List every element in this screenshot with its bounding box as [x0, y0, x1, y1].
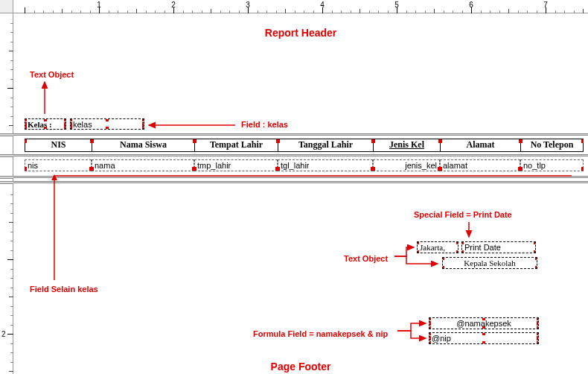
field-tmp-lahir[interactable]: tmp_lahir — [194, 159, 278, 171]
field-content: kelas — [73, 120, 92, 129]
col-nama[interactable]: Nama Siswa — [92, 139, 194, 152]
design-surface[interactable]: Report Header Text Object Kelas : kelas … — [13, 13, 588, 374]
text-object-kelas-label[interactable]: Kelas : — [25, 118, 66, 130]
section-divider[interactable] — [13, 154, 588, 156]
field-no-tlp[interactable]: no_tlp — [520, 159, 584, 171]
section-divider[interactable] — [13, 176, 588, 178]
text-object-kepala-sekolah[interactable]: Kepala Sekolah — [442, 257, 537, 269]
anno-text-object: Text Object — [30, 70, 74, 79]
col-alamat[interactable]: Alamat — [440, 139, 520, 152]
field-jenis-kel[interactable]: jenis_kel — [373, 159, 440, 171]
col-no-telepon[interactable]: No Telepon — [520, 139, 584, 152]
field-tgl-lahir[interactable]: tgl_lahir — [278, 159, 373, 171]
anno-text-object-footer: Text Object — [344, 254, 388, 263]
text-object-jakarta[interactable]: Jakarta, — [417, 241, 458, 253]
anno-field-kelas: Field : kelas — [241, 120, 288, 129]
report-header-title: Report Header — [13, 27, 588, 39]
page-footer-title: Page Footer — [13, 361, 588, 373]
vertical-ruler[interactable]: 2 — [0, 13, 13, 374]
text-object-content: Kelas : — [28, 120, 52, 129]
page-header-section[interactable]: NIS Nama Siswa Tempat Lahir Tanggal Lahi… — [13, 137, 588, 153]
special-field-print-date[interactable]: Print Date — [461, 241, 536, 253]
anno-formula-field: Formula Field = namakepsek & nip — [253, 329, 388, 338]
detail-row: nis nama tmp_lahir tgl_lahir jenis_kel a… — [25, 159, 584, 171]
anno-field-selain-kelas: Field Selain kelas — [30, 285, 98, 294]
field-alamat[interactable]: alamat — [440, 159, 520, 171]
section-divider[interactable] — [13, 181, 588, 183]
detail-section[interactable]: nis nama tmp_lahir tgl_lahir jenis_kel a… — [13, 158, 588, 174]
col-tempat-lahir[interactable]: Tempat Lahir — [194, 139, 278, 152]
horizontal-ruler[interactable]: 1234567 — [13, 0, 588, 13]
report-designer-canvas: 1234567 2 Report Header Text Object Kela… — [0, 0, 588, 374]
formula-field-namakepsek[interactable]: @namakepsek — [429, 317, 539, 329]
report-header-section[interactable]: Report Header Text Object Kelas : kelas … — [13, 13, 588, 131]
formula-field-nip[interactable]: @nip — [429, 332, 539, 344]
col-tanggal-lahir[interactable]: Tanggal Lahir — [278, 139, 373, 152]
field-kelas[interactable]: kelas — [70, 118, 144, 130]
ruler-corner — [0, 0, 13, 13]
page-footer-section[interactable]: Special Field = Print Date Text Object F… — [13, 185, 588, 374]
anno-special-field: Special Field = Print Date — [414, 210, 512, 219]
col-nis[interactable]: NIS — [25, 139, 92, 152]
column-header-row: NIS Nama Siswa Tempat Lahir Tanggal Lahi… — [25, 139, 584, 152]
field-nis[interactable]: nis — [25, 159, 92, 171]
section-divider[interactable] — [13, 133, 588, 136]
col-jenis-kel[interactable]: Jenis Kel — [373, 139, 440, 152]
field-nama[interactable]: nama — [92, 159, 194, 171]
